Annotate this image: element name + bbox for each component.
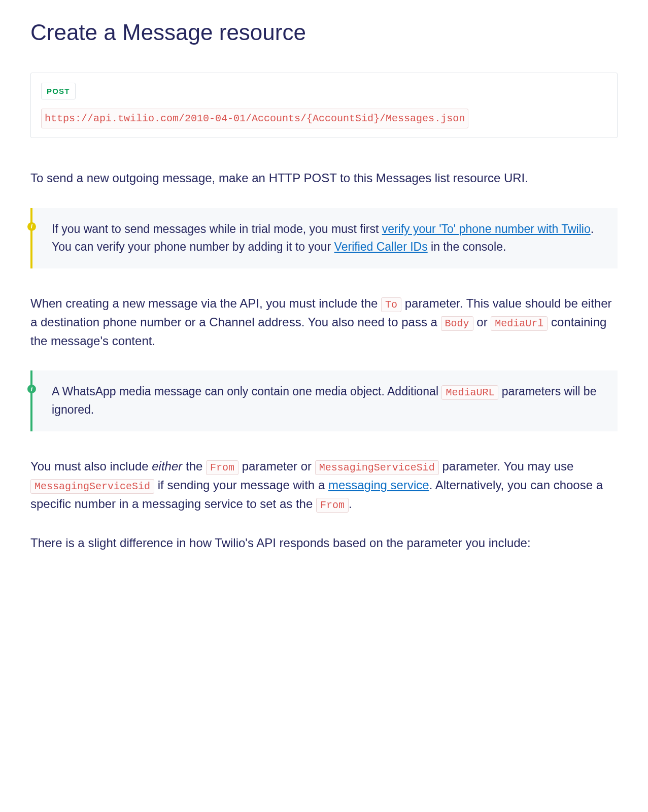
verified-caller-ids-link[interactable]: Verified Caller IDs bbox=[334, 240, 428, 253]
difference-paragraph: There is a slight difference in how Twil… bbox=[30, 533, 618, 552]
text-fragment: or bbox=[473, 315, 491, 329]
callout-text: If you want to send messages while in tr… bbox=[52, 220, 602, 256]
emphasis-either: either bbox=[152, 459, 182, 473]
text-fragment: You must also include bbox=[30, 459, 152, 473]
text-fragment: the bbox=[182, 459, 206, 473]
trial-mode-callout: i If you want to send messages while in … bbox=[30, 208, 618, 268]
endpoint-url: https://api.twilio.com/2010-04-01/Accoun… bbox=[41, 109, 468, 128]
info-icon: i bbox=[27, 222, 36, 231]
text-fragment: When creating a new message via the API,… bbox=[30, 296, 381, 310]
text-fragment: if sending your message with a bbox=[154, 478, 328, 492]
code-mediaurl: MediaUrl bbox=[491, 316, 548, 331]
callout-text: A WhatsApp media message can only contai… bbox=[52, 383, 602, 419]
text-fragment: If you want to send messages while in tr… bbox=[52, 222, 382, 235]
messaging-service-link[interactable]: messaging service bbox=[328, 478, 429, 492]
endpoint-box: POST https://api.twilio.com/2010-04-01/A… bbox=[30, 73, 618, 138]
code-from: From bbox=[206, 460, 238, 475]
code-body: Body bbox=[441, 316, 473, 331]
code-messagingservicesid: MessagingServiceSid bbox=[315, 460, 439, 475]
page-title: Create a Message resource bbox=[30, 15, 618, 50]
whatsapp-callout: i A WhatsApp media message can only cont… bbox=[30, 370, 618, 431]
text-fragment: parameter. You may use bbox=[439, 459, 574, 473]
info-icon: i bbox=[27, 385, 36, 393]
code-from-2: From bbox=[316, 498, 349, 513]
text-fragment: in the console. bbox=[428, 240, 506, 253]
code-mediaurl-caps: MediaURL bbox=[441, 385, 498, 400]
from-parameter-paragraph: You must also include either the From pa… bbox=[30, 457, 618, 514]
intro-paragraph: To send a new outgoing message, make an … bbox=[30, 168, 618, 187]
text-fragment: A WhatsApp media message can only contai… bbox=[52, 385, 441, 398]
verify-phone-link[interactable]: verify your 'To' phone number with Twili… bbox=[382, 222, 591, 235]
to-parameter-paragraph: When creating a new message via the API,… bbox=[30, 294, 618, 351]
text-fragment: . bbox=[349, 497, 352, 511]
http-method-badge: POST bbox=[41, 83, 76, 99]
text-fragment: parameter or bbox=[238, 459, 315, 473]
code-to: To bbox=[381, 297, 401, 312]
code-messagingservicesid-2: MessagingServiceSid bbox=[30, 479, 154, 494]
